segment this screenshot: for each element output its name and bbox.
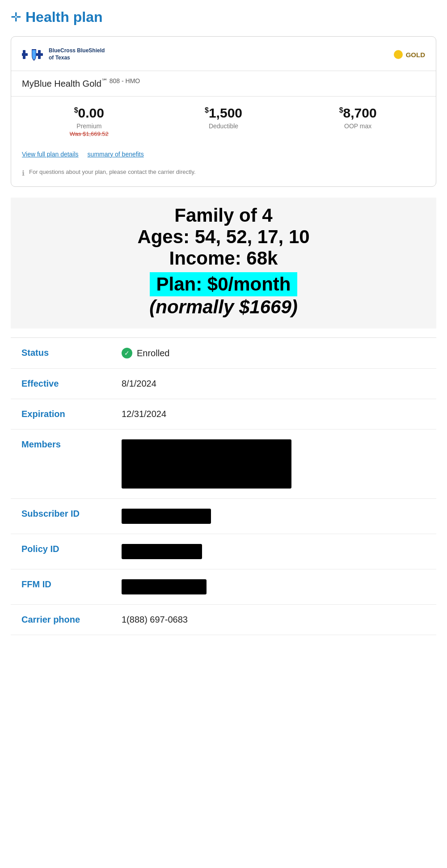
status-row: Status ✓ Enrolled	[11, 338, 436, 369]
expiration-row: Expiration 12/31/2024	[11, 399, 436, 430]
ffm-id-label: FFM ID	[21, 579, 111, 590]
detail-section: Status ✓ Enrolled Effective 8/1/2024 Exp…	[11, 337, 436, 635]
policy-id-label: Policy ID	[21, 544, 111, 554]
policy-id-value	[122, 544, 426, 559]
oop-label: OOP max	[291, 122, 425, 130]
plan-contact-note: ℹ For questions about your plan, please …	[11, 165, 436, 186]
policy-id-redacted	[122, 544, 202, 559]
policy-id-row: Policy ID	[11, 534, 436, 569]
effective-value: 8/1/2024	[122, 379, 426, 389]
ffm-id-redacted	[122, 579, 207, 594]
members-redacted	[122, 439, 291, 489]
plan-pricing: $0.00 Premium Was $1,669.52 $1,500 Deduc…	[11, 96, 436, 146]
subscriber-id-redacted	[122, 509, 211, 524]
effective-label: Effective	[21, 379, 111, 389]
members-value	[122, 439, 426, 489]
deductible-item: $1,500 Deductible	[156, 105, 291, 137]
overlay-family-line: Family of 4	[11, 205, 436, 226]
plan-card: BlueCross BlueShield of Texas GOLD MyBlu…	[11, 36, 436, 187]
deductible-label: Deductible	[156, 122, 291, 130]
enrolled-check-icon: ✓	[122, 348, 132, 358]
tier-badge: GOLD	[394, 50, 425, 59]
plan-links: View full plan details summary of benefi…	[11, 146, 436, 165]
ffm-id-value	[122, 579, 426, 594]
carrier-phone-label: Carrier phone	[21, 615, 111, 625]
subscriber-id-row: Subscriber ID	[11, 499, 436, 534]
subscriber-id-value	[122, 509, 426, 524]
carrier-phone-value: 1(888) 697-0683	[122, 615, 426, 625]
summary-benefits-link[interactable]: summary of benefits	[88, 151, 144, 158]
overlay-plan-highlight: Plan: $0/month	[150, 272, 297, 296]
health-plan-icon: ✛	[11, 10, 21, 25]
view-full-plan-link[interactable]: View full plan details	[22, 151, 79, 158]
svg-rect-1	[22, 53, 28, 56]
ffm-id-row: FFM ID	[11, 569, 436, 605]
premium-amount: $0.00	[22, 105, 156, 121]
gold-dot-icon	[394, 50, 403, 59]
expiration-label: Expiration	[21, 409, 111, 419]
status-value: ✓ Enrolled	[122, 348, 426, 358]
info-icon: ℹ	[22, 169, 25, 177]
carrier-name: BlueCross BlueShield of Texas	[49, 47, 105, 61]
members-label: Members	[21, 439, 111, 450]
premium-item: $0.00 Premium Was $1,669.52	[22, 105, 156, 137]
bcbs-logo-svg	[22, 46, 45, 63]
overlay-ages-line: Ages: 54, 52, 17, 10	[11, 226, 436, 248]
contact-note-text: For questions about your plan, please co…	[29, 169, 196, 175]
overlay-income-line: Income: 68k	[11, 248, 436, 269]
deductible-amount: $1,500	[156, 105, 291, 121]
oop-amount: $8,700	[291, 105, 425, 121]
members-row: Members	[11, 430, 436, 499]
page-title: Health plan	[25, 9, 102, 25]
page-header: ✛ Health plan	[11, 9, 436, 25]
effective-row: Effective 8/1/2024	[11, 369, 436, 399]
premium-was: Was $1,669.52	[22, 131, 156, 137]
status-label: Status	[21, 348, 111, 358]
oop-item: $8,700 OOP max	[291, 105, 425, 137]
svg-rect-3	[36, 53, 43, 56]
expiration-value: 12/31/2024	[122, 409, 426, 419]
overlay-plan-normal: (normally $1669)	[11, 296, 436, 318]
overlay-annotation: Family of 4 Ages: 54, 52, 17, 10 Income:…	[11, 198, 436, 329]
tier-label: GOLD	[406, 51, 425, 59]
subscriber-id-label: Subscriber ID	[21, 509, 111, 519]
carrier-phone-row: Carrier phone 1(888) 697-0683	[11, 605, 436, 635]
plan-name: MyBlue Health Gold℠ 808 - HMO	[11, 71, 436, 89]
premium-label: Premium	[22, 122, 156, 130]
carrier-logo: BlueCross BlueShield of Texas	[22, 46, 105, 63]
plan-card-header: BlueCross BlueShield of Texas GOLD	[11, 37, 436, 71]
